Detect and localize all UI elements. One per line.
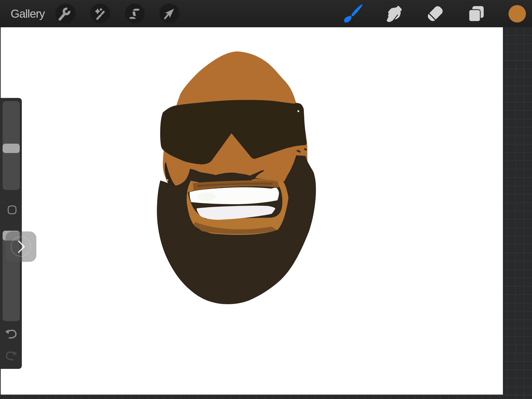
- svg-text:Gallery: Gallery: [11, 7, 45, 20]
